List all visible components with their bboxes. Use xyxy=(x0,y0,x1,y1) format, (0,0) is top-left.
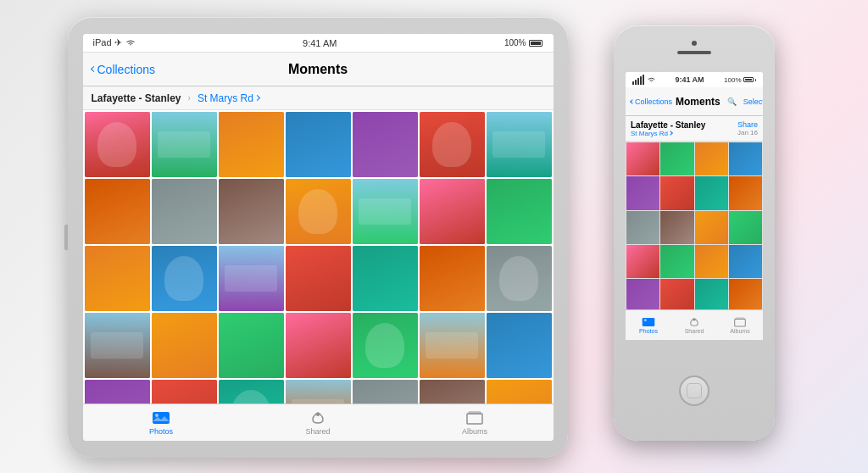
iphone-tab-shared[interactable]: Shared xyxy=(671,317,717,334)
photo-cell[interactable] xyxy=(219,246,284,311)
iphone-tab-photos[interactable]: Photos xyxy=(626,317,671,334)
svg-rect-9 xyxy=(736,318,744,319)
photo-cell[interactable] xyxy=(420,313,485,378)
photo-cell[interactable] xyxy=(487,246,552,311)
iphone-location-chevron-icon xyxy=(668,131,673,136)
iphone-breadcrumb: Lafayette - Stanley St Marys Rd Share Ja… xyxy=(626,116,763,142)
photo-cell[interactable] xyxy=(286,380,351,403)
photo-cell[interactable] xyxy=(85,179,150,244)
iphone-select-button[interactable]: Select xyxy=(743,97,763,106)
photo-cell[interactable] xyxy=(219,380,284,403)
photo-cell[interactable] xyxy=(152,246,217,311)
photo-cell[interactable] xyxy=(85,313,150,378)
share-button[interactable]: Share xyxy=(737,120,758,129)
iphone-photo-cell[interactable] xyxy=(729,279,762,309)
photo-cell[interactable] xyxy=(152,112,217,177)
iphone-photo-cell[interactable] xyxy=(695,142,728,175)
signal-icon xyxy=(632,75,644,85)
photo-cell[interactable] xyxy=(219,112,284,177)
ipad-battery-icon xyxy=(529,40,542,47)
iphone-screen: 9:41 AM 100% Collections Moments 🔍 Selec… xyxy=(626,72,763,309)
ipad-screen: iPad ✈ 9:41 AM 100% Collections xyxy=(83,34,554,441)
ipad-tab-albums[interactable]: Albums xyxy=(397,410,554,436)
photo-cell[interactable] xyxy=(286,246,351,311)
photo-cell[interactable] xyxy=(152,179,217,244)
wifi-icon xyxy=(125,39,136,47)
photo-cell[interactable] xyxy=(219,179,284,244)
photo-cell[interactable] xyxy=(85,246,150,311)
iphone-photo-cell[interactable] xyxy=(729,176,762,209)
iphone-home-button[interactable] xyxy=(679,376,709,406)
photo-cell[interactable] xyxy=(152,313,217,378)
photo-cell[interactable] xyxy=(487,179,552,244)
iphone-photo-cell[interactable] xyxy=(660,176,693,209)
iphone-speaker xyxy=(677,51,711,54)
iphone-search-button[interactable]: 🔍 xyxy=(727,97,737,106)
location-primary: Lafayette - Stanley xyxy=(92,92,181,104)
photo-cell[interactable] xyxy=(219,313,284,378)
iphone-photo-cell[interactable] xyxy=(626,211,659,244)
iphone-tabbar: Photos Shared Albums xyxy=(626,309,763,340)
navbar-title: Moments xyxy=(288,62,348,77)
iphone-photo-cell[interactable] xyxy=(729,142,762,175)
iphone-photo-cell[interactable] xyxy=(695,279,728,309)
iphone-bottom xyxy=(614,340,775,441)
ipad-tab-shared[interactable]: Shared xyxy=(240,410,397,436)
ipad-side-button xyxy=(64,225,68,250)
ipad-battery-label: 100% xyxy=(504,38,526,47)
iphone-photo-cell[interactable] xyxy=(695,176,728,209)
iphone-photo-cell[interactable] xyxy=(660,279,693,309)
collections-back-button[interactable]: Collections xyxy=(92,63,155,76)
iphone-photo-cell[interactable] xyxy=(626,176,659,209)
photo-cell[interactable] xyxy=(353,246,418,311)
iphone-back-label: Collections xyxy=(635,97,672,106)
photo-cell[interactable] xyxy=(420,179,485,244)
iphone-statusbar-right: 100% xyxy=(724,76,756,84)
ipad-photo-content xyxy=(83,110,554,403)
albums-tab-icon xyxy=(465,410,484,426)
iphone-photo-cell[interactable] xyxy=(660,245,693,278)
battery-tip xyxy=(755,79,757,81)
photo-cell[interactable] xyxy=(487,313,552,378)
photo-cell[interactable] xyxy=(420,112,485,177)
iphone-photo-cell[interactable] xyxy=(660,211,693,244)
photo-cell[interactable] xyxy=(420,380,485,403)
ipad-tab-photos[interactable]: Photos xyxy=(83,410,240,436)
iphone-location-secondary[interactable]: St Marys Rd xyxy=(631,130,705,137)
photo-cell[interactable] xyxy=(353,380,418,403)
iphone-photo-cell[interactable] xyxy=(695,245,728,278)
photo-cell[interactable] xyxy=(85,380,150,403)
photo-cell[interactable] xyxy=(420,246,485,311)
photo-cell[interactable] xyxy=(286,112,351,177)
location-chevron-icon xyxy=(254,95,260,101)
ipad-statusbar-right: 100% xyxy=(504,38,543,47)
iphone-photo-cell[interactable] xyxy=(729,211,762,244)
photo-cell[interactable] xyxy=(286,313,351,378)
iphone-photo-cell[interactable] xyxy=(729,245,762,278)
iphone-camera xyxy=(692,41,697,46)
ipad-navbar: Collections Moments xyxy=(83,53,554,86)
photos-tab-icon xyxy=(152,410,170,426)
photo-cell[interactable] xyxy=(286,179,351,244)
iphone-photo-cell[interactable] xyxy=(695,211,728,244)
location-secondary[interactable]: St Marys Rd xyxy=(198,92,259,104)
shared-tab-icon xyxy=(309,410,327,426)
iphone-battery-percent: 100% xyxy=(724,76,741,84)
photo-cell[interactable] xyxy=(353,112,418,177)
iphone-battery-icon xyxy=(743,77,754,82)
photos-tab-label: Photos xyxy=(149,427,173,436)
photo-cell[interactable] xyxy=(487,380,552,403)
iphone-photo-cell[interactable] xyxy=(626,245,659,278)
photo-cell[interactable] xyxy=(85,112,150,177)
svg-rect-8 xyxy=(735,319,746,326)
iphone-back-button[interactable]: Collections xyxy=(631,97,672,106)
photo-cell[interactable] xyxy=(353,179,418,244)
iphone-photo-cell[interactable] xyxy=(626,142,659,175)
iphone-photo-cell[interactable] xyxy=(660,142,693,175)
iphone-device: 9:41 AM 100% Collections Moments 🔍 Selec… xyxy=(614,25,775,441)
photo-cell[interactable] xyxy=(487,112,552,177)
iphone-tab-albums[interactable]: Albums xyxy=(717,317,763,334)
photo-cell[interactable] xyxy=(353,313,418,378)
photo-cell[interactable] xyxy=(152,380,217,403)
iphone-photo-cell[interactable] xyxy=(626,279,659,309)
